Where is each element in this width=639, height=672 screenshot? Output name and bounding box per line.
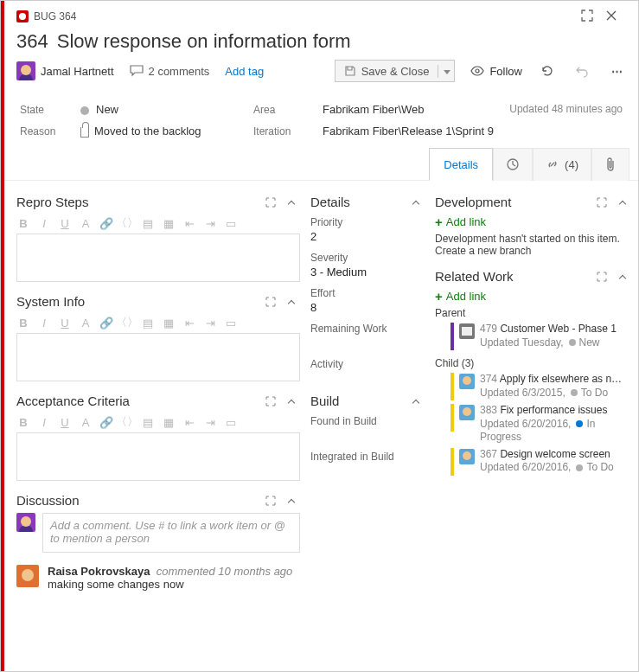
avatar bbox=[459, 449, 475, 464]
activity-field[interactable] bbox=[310, 372, 425, 385]
reason-label: Reason bbox=[20, 125, 72, 138]
expand-icon[interactable] bbox=[265, 496, 283, 506]
save-icon bbox=[344, 65, 356, 77]
repro-steps-editor[interactable] bbox=[16, 234, 300, 282]
tab-attachments[interactable] bbox=[591, 148, 629, 181]
effort-field[interactable]: 8 bbox=[310, 301, 425, 314]
area-label: Area bbox=[253, 104, 314, 116]
follow-icon bbox=[470, 66, 484, 76]
collapse-icon[interactable] bbox=[614, 195, 631, 209]
parent-group-label: Parent bbox=[435, 307, 631, 319]
expand-icon[interactable] bbox=[265, 396, 283, 406]
rte-toolbar[interactable]: BIU A🔗〈〉 ▤▦⇤⇥▭ bbox=[16, 314, 300, 333]
save-dropdown-caret[interactable] bbox=[438, 65, 450, 78]
collapse-icon[interactable] bbox=[283, 195, 300, 209]
iteration-label: Iteration bbox=[253, 125, 314, 138]
bug-icon bbox=[16, 10, 29, 22]
assignee-field[interactable]: Jamal Hartnett bbox=[16, 61, 114, 80]
follow-button[interactable]: Follow bbox=[470, 65, 522, 78]
expand-icon[interactable] bbox=[597, 197, 614, 208]
child-group-label: Child (3) bbox=[435, 357, 631, 369]
found-in-build-field[interactable] bbox=[310, 429, 425, 442]
svg-point-0 bbox=[476, 69, 479, 73]
state-dot-icon bbox=[576, 464, 583, 471]
remaining-work-label: Remaining Work bbox=[310, 323, 425, 335]
tab-links[interactable]: (4) bbox=[533, 148, 591, 181]
repro-steps-heading: Repro Steps bbox=[16, 195, 265, 209]
comment-icon bbox=[130, 65, 144, 77]
development-empty-text: Development hasn't started on this item. bbox=[435, 233, 631, 245]
plus-icon: + bbox=[435, 289, 443, 304]
comment-author: Raisa Pokrovskaya bbox=[48, 565, 150, 578]
collapse-icon[interactable] bbox=[283, 294, 300, 309]
discussion-heading: Discussion bbox=[16, 493, 265, 508]
type-color-bar bbox=[450, 323, 454, 350]
collapse-icon[interactable] bbox=[407, 195, 425, 209]
linked-work-item[interactable]: 479 Customer Web - Phase 1 Updated Tuesd… bbox=[450, 323, 631, 350]
fullscreen-icon[interactable] bbox=[581, 10, 602, 22]
avatar bbox=[459, 374, 475, 389]
severity-field[interactable]: 3 - Medium bbox=[310, 266, 425, 278]
rte-toolbar[interactable]: BIU A🔗〈〉 ▤▦⇤⇥▭ bbox=[16, 413, 300, 432]
attachment-icon bbox=[604, 157, 617, 172]
close-icon[interactable] bbox=[605, 10, 626, 22]
type-color-bar bbox=[1, 1, 4, 671]
workitem-title[interactable]: Slow response on information form bbox=[57, 30, 351, 53]
type-color-bar bbox=[450, 448, 454, 476]
plus-icon: + bbox=[435, 214, 443, 229]
linked-work-item[interactable]: 374 Apply fix elsewhere as n… Updated 6/… bbox=[450, 373, 631, 400]
workitem-type-label: BUG 364 bbox=[34, 10, 581, 22]
related-work-heading: Related Work bbox=[435, 269, 597, 284]
updated-timestamp: Updated 48 minutes ago bbox=[509, 103, 623, 115]
add-related-link[interactable]: +Add link bbox=[435, 289, 631, 304]
collapse-icon[interactable] bbox=[614, 269, 631, 284]
undo-button[interactable] bbox=[572, 64, 591, 78]
avatar bbox=[459, 405, 475, 420]
add-development-link[interactable]: +Add link bbox=[435, 214, 631, 229]
linked-work-item[interactable]: 383 Fix performance issues Updated 6/20/… bbox=[450, 404, 631, 445]
system-info-editor[interactable] bbox=[16, 333, 300, 381]
iteration-field[interactable]: Fabrikam Fiber\Release 1\Sprint 9 bbox=[323, 125, 623, 138]
system-info-heading: System Info bbox=[16, 294, 265, 309]
activity-label: Activity bbox=[310, 358, 425, 370]
expand-icon[interactable] bbox=[265, 197, 283, 208]
priority-field[interactable]: 2 bbox=[310, 230, 425, 243]
lock-icon bbox=[80, 127, 89, 138]
type-color-bar bbox=[450, 404, 454, 432]
acceptance-editor[interactable] bbox=[16, 432, 300, 481]
collapse-icon[interactable] bbox=[407, 394, 425, 408]
history-icon bbox=[506, 157, 520, 171]
state-dot-icon bbox=[80, 106, 89, 115]
tab-history[interactable] bbox=[493, 148, 533, 181]
refresh-button[interactable] bbox=[538, 64, 557, 78]
found-in-build-label: Found in Build bbox=[310, 415, 425, 427]
integrated-in-build-label: Integrated in Build bbox=[310, 451, 425, 463]
tab-details[interactable]: Details bbox=[429, 148, 493, 181]
integrated-in-build-field[interactable] bbox=[310, 464, 425, 477]
epic-icon bbox=[459, 323, 475, 339]
collapse-icon[interactable] bbox=[283, 493, 300, 508]
type-color-bar bbox=[450, 373, 454, 400]
state-dot-icon bbox=[576, 420, 583, 427]
discussion-input[interactable]: Add a comment. Use # to link a work item… bbox=[42, 513, 300, 553]
acceptance-heading: Acceptance Criteria bbox=[16, 394, 265, 408]
comment-body: making some changes now bbox=[48, 578, 292, 591]
expand-icon[interactable] bbox=[265, 297, 283, 307]
rte-toolbar[interactable]: BIU A🔗〈〉 ▤▦⇤⇥▭ bbox=[16, 214, 300, 234]
save-close-button[interactable]: Save & Close bbox=[335, 60, 456, 82]
effort-label: Effort bbox=[310, 287, 425, 299]
collapse-icon[interactable] bbox=[283, 394, 300, 408]
state-field[interactable]: New bbox=[80, 103, 245, 116]
add-tag-link[interactable]: Add tag bbox=[225, 65, 264, 78]
build-heading: Build bbox=[310, 394, 407, 408]
severity-label: Severity bbox=[310, 252, 425, 264]
reason-field[interactable]: Moved to the backlog bbox=[80, 125, 245, 138]
discussion-comment: Raisa Pokrovskaya commented 10 months ag… bbox=[16, 565, 300, 591]
linked-work-item[interactable]: 367 Design welcome screen Updated 6/20/2… bbox=[450, 448, 631, 476]
remaining-work-field[interactable] bbox=[310, 336, 425, 349]
development-heading: Development bbox=[435, 195, 597, 209]
more-actions-button[interactable]: ⋯ bbox=[607, 65, 626, 78]
comments-link[interactable]: 2 comments bbox=[130, 65, 210, 78]
expand-icon[interactable] bbox=[597, 272, 614, 282]
create-branch-link[interactable]: Create a new branch bbox=[435, 245, 631, 257]
